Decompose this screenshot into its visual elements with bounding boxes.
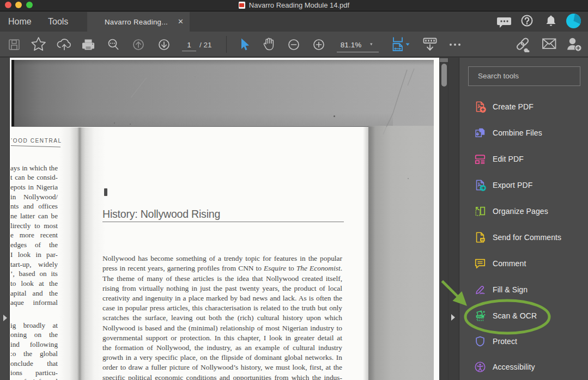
svg-text:/ 21: / 21	[199, 41, 212, 49]
svg-text:1: 1	[187, 41, 191, 49]
svg-text:81.1%: 81.1%	[341, 41, 361, 49]
